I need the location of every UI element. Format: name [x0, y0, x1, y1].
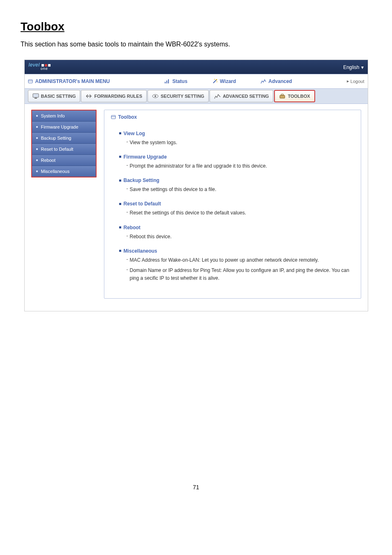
sidebar-item-firmware-upgrade[interactable]: Firmware Upgrade: [32, 122, 96, 133]
dash-icon: -: [127, 267, 128, 272]
security-eye-icon: [152, 93, 159, 99]
nav-wizard-label: Wizard: [220, 78, 236, 84]
dash-icon: -: [127, 209, 128, 215]
sidebar-item-label: Firmware Upgrade: [41, 124, 78, 129]
svg-point-8: [217, 81, 217, 82]
tab-toolbox[interactable]: TOOLBOX: [274, 90, 315, 102]
tab-advanced-label: ADVANCED SETTING: [223, 94, 269, 99]
brand-text-top: level: [29, 62, 40, 68]
page-number: 71: [21, 484, 371, 491]
svg-rect-2: [165, 82, 166, 83]
feature-desc: Reset the settings of this device to the…: [130, 209, 354, 217]
sidebar-item-miscellaneous[interactable]: Miscellaneous: [32, 166, 96, 177]
wizard-wand-icon: [212, 78, 218, 84]
panel-title-icon: [111, 115, 116, 120]
bullet-icon: [36, 126, 38, 128]
feature-title: Reset to Default: [124, 201, 161, 207]
sidebar-item-backup-setting[interactable]: Backup Setting: [32, 133, 96, 144]
feature-desc: MAC Address for Wake-on-LAN: Let you to …: [130, 256, 354, 264]
bullet-icon: [36, 148, 38, 150]
feature-title-row: Miscellaneous: [119, 248, 354, 254]
feature-desc: Save the settings of this device to a fi…: [130, 186, 354, 193]
dot-icon: [119, 203, 121, 205]
feature-title: View Log: [124, 131, 145, 136]
triangle-right-icon: ▸: [347, 78, 349, 84]
feature-title-row: View Log: [119, 131, 354, 136]
nav-advanced-label: Advanced: [268, 78, 292, 84]
svg-rect-14: [281, 94, 284, 95]
dash-icon: -: [127, 139, 128, 145]
dot-icon: [119, 226, 121, 228]
doc-intro: This section has some basic tools to mai…: [21, 41, 371, 48]
dash-icon: -: [127, 186, 128, 191]
feature-desc: Reboot this device.: [130, 233, 354, 241]
svg-rect-4: [168, 79, 169, 83]
tab-basic-setting[interactable]: BASIC SETTING: [28, 90, 81, 102]
language-selector[interactable]: English ▾: [343, 64, 363, 70]
dash-icon: -: [127, 256, 128, 262]
bullet-icon: [36, 159, 38, 161]
svg-point-6: [216, 79, 217, 80]
forwarding-icon: [85, 93, 92, 99]
dash-icon: -: [127, 233, 128, 239]
toolbox-icon: [279, 93, 286, 99]
main-panel: Toolbox View Log -View the system logs. …: [104, 110, 361, 299]
nav-status[interactable]: Status: [164, 78, 187, 84]
feature-desc: Domain Name or IP address for Ping Test:…: [130, 267, 354, 282]
tab-security-label: SECURITY SETTING: [161, 94, 204, 99]
sidebar-item-label: System Info: [41, 113, 65, 118]
dot-icon: [119, 180, 121, 182]
status-bars-icon: [164, 79, 170, 84]
sidebar-item-system-info[interactable]: System Info: [32, 111, 96, 122]
svg-rect-0: [28, 80, 32, 83]
feature-reboot: Reboot -Reboot this device.: [119, 225, 354, 241]
feature-view-log: View Log -View the system logs.: [119, 131, 354, 147]
tabs-row: BASIC SETTING FORWARDING RULES SECURITY …: [25, 89, 368, 104]
svg-line-5: [213, 80, 217, 83]
sidebar-item-reset-default[interactable]: Reset to Default: [32, 144, 96, 155]
feature-desc: View the system logs.: [130, 139, 354, 147]
sidebar-item-label: Reset to Default: [41, 147, 74, 152]
chevron-down-icon: ▾: [361, 64, 364, 70]
svg-rect-3: [166, 81, 167, 83]
tab-forwarding-label: FORWARDING RULES: [94, 94, 142, 99]
brand-text-bottom: one: [41, 67, 48, 71]
dash-icon: -: [127, 162, 128, 168]
feature-desc: Prompt the administrator for a file and …: [130, 162, 354, 170]
feature-backup-setting: Backup Setting -Save the settings of thi…: [119, 177, 354, 193]
svg-rect-15: [111, 115, 115, 119]
logout-link[interactable]: ▸ Logout: [347, 78, 364, 84]
svg-point-12: [154, 95, 156, 97]
brand-bar: level one English ▾: [25, 60, 368, 74]
main-panel-title-row: Toolbox: [111, 114, 354, 120]
feature-title: Backup Setting: [124, 177, 159, 183]
main-menu-label: ADMINISTRATOR's MAIN MENU: [35, 78, 110, 84]
nav-advanced[interactable]: Advanced: [261, 78, 292, 84]
svg-rect-10: [35, 98, 37, 99]
main-menu-link[interactable]: ADMINISTRATOR's MAIN MENU: [28, 78, 110, 84]
logout-label: Logout: [350, 79, 364, 84]
svg-rect-13: [280, 95, 285, 98]
tab-advanced-setting[interactable]: ADVANCED SETTING: [210, 90, 273, 102]
feature-title-row: Backup Setting: [119, 177, 354, 183]
sidebar-item-label: Backup Setting: [41, 136, 71, 140]
tab-forwarding-rules[interactable]: FORWARDING RULES: [81, 90, 147, 102]
main-panel-title: Toolbox: [118, 114, 137, 120]
content-area: System Info Firmware Upgrade Backup Sett…: [25, 104, 368, 311]
feature-title: Firmware Upgrade: [124, 154, 167, 160]
feature-title-row: Reset to Default: [119, 201, 354, 207]
feature-title-row: Reboot: [119, 225, 354, 230]
nav-wizard[interactable]: Wizard: [212, 78, 236, 84]
tab-security-setting[interactable]: SECURITY SETTING: [148, 90, 209, 102]
advanced-chart-icon: [214, 93, 221, 99]
sidebar-item-label: Miscellaneous: [41, 169, 70, 174]
dot-icon: [119, 132, 121, 134]
language-label: English: [343, 64, 359, 70]
tab-basic-label: BASIC SETTING: [41, 94, 76, 99]
nav-items: Status Wizard Advanced: [110, 78, 347, 84]
doc-title: Toolbox: [21, 20, 371, 33]
svg-point-7: [214, 79, 215, 80]
sidebar-item-reboot[interactable]: Reboot: [32, 155, 96, 166]
nav-status-label: Status: [172, 78, 187, 84]
brand-logo: level one: [29, 64, 51, 71]
